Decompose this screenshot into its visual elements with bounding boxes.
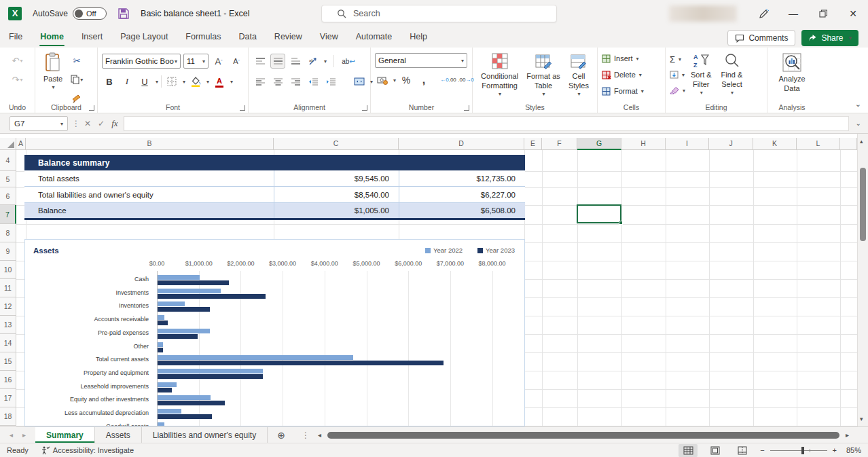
selected-cell-G7[interactable]	[577, 204, 621, 223]
align-right-icon[interactable]	[288, 74, 303, 89]
tab-page-layout[interactable]: Page Layout	[111, 27, 177, 48]
row-header-9[interactable]: 9	[0, 242, 16, 261]
enter-icon[interactable]: ✓	[98, 119, 105, 128]
row-header-5[interactable]: 5	[0, 171, 16, 187]
save-icon[interactable]	[117, 7, 130, 20]
decrease-indent-icon[interactable]	[306, 74, 321, 89]
bold-button[interactable]: B	[102, 74, 117, 89]
row-header-4[interactable]: 4	[0, 150, 16, 171]
wrap-text-icon[interactable]: ab↩	[341, 54, 356, 69]
merge-center-icon[interactable]	[352, 74, 367, 89]
row-header-18[interactable]: 18	[0, 407, 16, 426]
cut-icon[interactable]: ✂	[69, 53, 84, 68]
zoom-in-icon[interactable]: +	[833, 446, 837, 454]
underline-dropdown-icon[interactable]: ▾	[156, 79, 158, 85]
align-top-icon[interactable]	[253, 54, 268, 69]
sheet-tab-liabilities-and-owner-s-equity[interactable]: Liabilities and owner's equity	[142, 427, 268, 443]
pen-mode-icon[interactable]	[748, 0, 778, 27]
number-format-combo[interactable]: General ▾	[375, 53, 467, 68]
row-header-8[interactable]: 8	[0, 224, 16, 242]
font-name-combo[interactable]: Franklin Gothic Boo ▾	[102, 54, 181, 69]
name-box-dropdown-icon[interactable]: ▾	[60, 121, 63, 127]
tab-automate[interactable]: Automate	[347, 27, 401, 48]
cell-styles-button[interactable]: Cell Styles ▾	[564, 50, 593, 100]
sheet-grid[interactable]: ABCDEFGHIJKL 456789101112131415161718 Ba…	[0, 134, 857, 426]
zoom-level[interactable]: 85%	[842, 446, 861, 454]
sheet-tab-assets[interactable]: Assets	[95, 427, 142, 443]
increase-indent-icon[interactable]	[323, 74, 338, 89]
conditional-formatting-button[interactable]: Conditional Formatting ▾	[477, 50, 522, 100]
tab-file[interactable]: File	[0, 27, 31, 48]
align-bottom-icon[interactable]	[288, 54, 303, 69]
balance-summary-table[interactable]: Balance summary Total assets$9,545.00$12…	[24, 155, 525, 220]
format-as-table-button[interactable]: Format as Table ▾	[522, 50, 564, 100]
excel-app-icon[interactable]	[8, 7, 22, 20]
number-dialog-launcher[interactable]	[464, 105, 469, 111]
column-header-B[interactable]: B	[26, 138, 274, 150]
row-header-10[interactable]: 10	[0, 261, 16, 279]
fill-button[interactable]: ▾	[670, 68, 685, 81]
row-header-15[interactable]: 15	[0, 352, 16, 371]
cancel-icon[interactable]: ✕	[84, 119, 91, 128]
redo-button[interactable]: ↷▾	[10, 72, 25, 87]
column-header-L[interactable]: L	[797, 138, 840, 150]
row-header-17[interactable]: 17	[0, 389, 16, 407]
vertical-scrollbar-thumb[interactable]	[860, 168, 866, 241]
autosave-toggle[interactable]: Off	[73, 7, 107, 20]
row-header-7[interactable]: 7	[0, 205, 16, 224]
paste-button[interactable]: Paste ▾	[39, 50, 67, 106]
tab-formulas[interactable]: Formulas	[177, 27, 230, 48]
tab-help[interactable]: Help	[401, 27, 436, 48]
underline-button[interactable]: U	[137, 74, 152, 89]
tabbar-divider[interactable]: ⋮	[295, 427, 317, 443]
row-header-16[interactable]: 16	[0, 371, 16, 389]
column-header-J[interactable]: J	[709, 138, 753, 150]
column-header-G[interactable]: G	[577, 138, 621, 150]
align-center-icon[interactable]	[270, 74, 285, 89]
page-layout-view-button[interactable]	[706, 444, 725, 457]
comma-style-icon[interactable]: ,	[416, 73, 431, 88]
zoom-slider-thumb[interactable]	[801, 447, 804, 454]
table-row-total-assets[interactable]: Total assets$9,545.00$12,735.00	[24, 170, 525, 187]
tab-view[interactable]: View	[311, 27, 347, 48]
horizontal-scrollbar-thumb[interactable]	[327, 432, 839, 439]
new-sheet-button[interactable]: ⊕	[268, 427, 295, 443]
alignment-dialog-launcher[interactable]	[362, 105, 367, 111]
delete-cells-button[interactable]: Delete ▾	[602, 68, 661, 81]
clear-button[interactable]: ▾	[670, 84, 685, 97]
select-all-button[interactable]	[0, 138, 16, 150]
column-header-C[interactable]: C	[274, 138, 399, 150]
sheet-nav-right-icon[interactable]: ▸	[22, 431, 26, 439]
font-dialog-launcher[interactable]	[240, 105, 245, 111]
column-header-A[interactable]: A	[16, 138, 26, 150]
horizontal-scrollbar[interactable]: ◂ ▸	[317, 427, 868, 443]
collapse-ribbon-icon[interactable]: ⌄	[855, 100, 861, 109]
accounting-format-icon[interactable]	[375, 73, 390, 88]
clipboard-dialog-launcher[interactable]	[89, 105, 94, 111]
sheet-tab-summary[interactable]: Summary	[35, 427, 95, 443]
row-header-14[interactable]: 14	[0, 334, 16, 352]
formula-bar-expand-icon[interactable]: ⌄	[856, 120, 861, 127]
insert-cells-button[interactable]: Insert ▾	[602, 52, 661, 65]
italic-button[interactable]: I	[120, 74, 134, 89]
find-select-button[interactable]: Find & Select ▾	[717, 50, 747, 98]
zoom-out-icon[interactable]: −	[760, 446, 764, 454]
scroll-right-icon[interactable]: ▸	[846, 431, 849, 439]
insert-function-icon[interactable]: fx	[111, 118, 117, 129]
copy-icon[interactable]: ▾	[69, 72, 84, 87]
sheet-nav-left-icon[interactable]: ◂	[10, 431, 13, 439]
column-header-F[interactable]: F	[542, 138, 577, 150]
search-box[interactable]: Search	[321, 5, 557, 22]
row-header-12[interactable]: 12	[0, 297, 16, 316]
column-header-partial[interactable]	[840, 138, 857, 150]
close-button[interactable]: ✕	[838, 0, 868, 27]
vertical-scrollbar[interactable]: ▴ ▾	[857, 134, 868, 426]
sort-filter-button[interactable]: AZ Sort & Filter ▾	[687, 50, 716, 98]
undo-button[interactable]: ↶▾	[10, 53, 25, 68]
name-box[interactable]: G7 ▾	[10, 116, 68, 131]
align-left-icon[interactable]	[253, 74, 268, 89]
normal-view-button[interactable]	[679, 444, 698, 457]
tab-home[interactable]: Home	[31, 27, 73, 48]
share-dropdown-icon[interactable]: ▾	[848, 35, 852, 41]
font-color-icon[interactable]: A	[212, 74, 227, 89]
